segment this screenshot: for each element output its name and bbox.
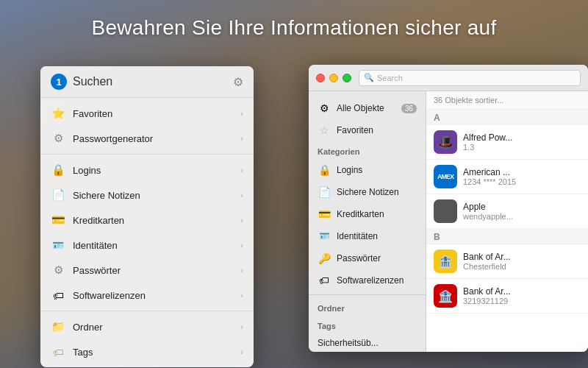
search-icon: 🔍 bbox=[364, 73, 374, 82]
count-badge: 36 bbox=[401, 104, 417, 113]
tag-icon: 🏷 bbox=[51, 344, 65, 359]
list-item-text: Bank of Ar... Chesterfield bbox=[463, 252, 581, 271]
star-icon: ☆ bbox=[318, 124, 331, 137]
folder-icon: 📁 bbox=[51, 319, 65, 334]
list-item-text: Apple wendyapple... bbox=[463, 202, 581, 221]
dropdown-item-softwarelizenzen[interactable]: 🏷 Softwarelizenzen › bbox=[40, 283, 254, 308]
section-letter-a: A bbox=[426, 110, 588, 125]
mac-window: 🔍 Search ⚙ Alle Objekte 36 ☆ Favoriten K… bbox=[309, 65, 588, 352]
creditcard-icon: 💳 bbox=[51, 213, 65, 227]
sidebar-label: Passwörter bbox=[337, 253, 417, 263]
chevron-icon: › bbox=[240, 109, 243, 118]
sidebar-separator bbox=[309, 294, 426, 295]
item-label: Tags bbox=[73, 347, 240, 358]
sidebar-item-passwoerter[interactable]: 🔑 Passwörter bbox=[309, 247, 426, 269]
traffic-lights bbox=[316, 74, 351, 82]
gear-icon[interactable]: ⚙ bbox=[233, 75, 243, 89]
sidebar-item-kreditkarten[interactable]: 💳 Kreditkarten bbox=[309, 203, 426, 225]
item-name: Bank of Ar... bbox=[463, 286, 581, 297]
sidebar-label: Kreditkarten bbox=[337, 209, 417, 219]
sidebar-item-logins[interactable]: 🔒 Logins bbox=[309, 159, 426, 181]
window-body: ⚙ Alle Objekte 36 ☆ Favoriten Kategorien… bbox=[309, 91, 588, 352]
creditcard-icon: 💳 bbox=[318, 208, 331, 221]
dropdown-item-identitaeten[interactable]: 🪪 Identitäten › bbox=[40, 233, 254, 258]
dropdown-item-passwoerter[interactable]: ⚙ Passwörter › bbox=[40, 258, 254, 283]
sidebar-label: Softwarelizenzen bbox=[337, 275, 417, 286]
dropdown-item-favoriten[interactable]: ⭐ Favoriten › bbox=[40, 101, 254, 126]
item-label: Softwarelizenzen bbox=[73, 290, 240, 301]
sidebar-item-softwarelizenzen[interactable]: 🏷 Softwarelizenzen bbox=[309, 269, 426, 291]
list-item-text: American ... 1234 **** 2015 bbox=[463, 167, 581, 186]
dropdown-header: 1 Suchen ⚙ bbox=[40, 66, 254, 98]
dropdown-bottom-section: 📁 Ordner › 🏷 Tags › bbox=[40, 311, 254, 367]
lock-icon: 🔒 bbox=[318, 163, 331, 177]
dropdown-item-tags[interactable]: 🏷 Tags › bbox=[40, 339, 254, 364]
window-titlebar: 🔍 Search bbox=[309, 65, 588, 91]
item-label: Kreditkarten bbox=[73, 215, 240, 226]
item-name: Apple bbox=[463, 202, 581, 212]
list-item-text: Bank of Ar... 3219321129 bbox=[463, 286, 581, 305]
sidebar-item-sichere-notizen[interactable]: 📄 Sichere Notizen bbox=[309, 181, 426, 203]
item-sub: 1.3 bbox=[463, 143, 581, 152]
bank1-icon: 🏦 bbox=[434, 250, 457, 273]
window-content: 36 Objekte sortier... A 🎩 Alfred Pow... … bbox=[426, 91, 588, 352]
list-item-apple[interactable]: Apple wendyapple... bbox=[426, 194, 588, 229]
item-label: Sichere Notizen bbox=[73, 190, 240, 201]
onepassword-icon: 1 bbox=[51, 74, 67, 90]
sidebar-item-favoriten[interactable]: ☆ Favoriten bbox=[309, 119, 426, 141]
chevron-icon: › bbox=[240, 241, 243, 250]
list-item-alfred[interactable]: 🎩 Alfred Pow... 1.3 bbox=[426, 125, 588, 160]
maximize-button[interactable] bbox=[343, 74, 351, 82]
list-item-bank1[interactable]: 🏦 Bank of Ar... Chesterfield bbox=[426, 244, 588, 279]
sidebar-item-all[interactable]: ⚙ Alle Objekte 36 bbox=[309, 97, 426, 119]
dropdown-categories-section: 🔒 Logins › 📄 Sichere Notizen › 💳 Kreditk… bbox=[40, 154, 254, 311]
password-icon: ⚙ bbox=[51, 263, 65, 277]
search-label: Suchen bbox=[73, 75, 233, 88]
software-icon: 🏷 bbox=[318, 274, 331, 287]
sidebar-label: Favoriten bbox=[337, 125, 417, 135]
star-icon: ⭐ bbox=[51, 106, 65, 121]
gear-icon: ⚙ bbox=[51, 131, 65, 146]
alfred-icon: 🎩 bbox=[434, 130, 457, 154]
chevron-icon: › bbox=[240, 216, 243, 224]
item-label: Ordner bbox=[73, 322, 240, 333]
sidebar-item-identitaeten[interactable]: 🪪 Identitäten bbox=[309, 225, 426, 247]
chevron-icon: › bbox=[240, 134, 243, 143]
dropdown-item-ordner[interactable]: 📁 Ordner › bbox=[40, 314, 254, 339]
dropdown-item-kreditkarten[interactable]: 💳 Kreditkarten › bbox=[40, 208, 254, 233]
chevron-icon: › bbox=[240, 322, 243, 331]
item-label: Favoriten bbox=[73, 108, 240, 119]
lock-icon: 🔒 bbox=[51, 163, 65, 177]
sidebar-label: Identitäten bbox=[337, 231, 417, 241]
content-header: 36 Objekte sortier... bbox=[426, 91, 588, 110]
bank2-icon: 🏦 bbox=[434, 284, 457, 308]
sidebar-item-sicherheit[interactable]: Sicherheitsüb... bbox=[309, 333, 426, 352]
chevron-icon: › bbox=[240, 166, 243, 174]
dropdown-item-passwortgenerator[interactable]: ⚙ Passwortgenerator › bbox=[40, 126, 254, 151]
search-placeholder: Search bbox=[377, 74, 403, 82]
list-item-text: Alfred Pow... 1.3 bbox=[463, 132, 581, 152]
list-item-bank2[interactable]: 🏦 Bank of Ar... 3219321129 bbox=[426, 279, 588, 314]
minimize-button[interactable] bbox=[329, 74, 338, 82]
list-item-amex[interactable]: AMEX American ... 1234 **** 2015 bbox=[426, 160, 588, 194]
password-icon: 🔑 bbox=[318, 252, 331, 265]
dropdown-item-sichere-notizen[interactable]: 📄 Sichere Notizen › bbox=[40, 183, 254, 208]
search-field[interactable]: 🔍 Search bbox=[359, 70, 581, 86]
item-name: Bank of Ar... bbox=[463, 252, 581, 262]
sidebar-label: Sichere Notizen bbox=[337, 187, 417, 197]
categories-section-title: Kategorien bbox=[309, 141, 426, 159]
item-sub: Chesterfield bbox=[463, 262, 581, 271]
note-icon: 📄 bbox=[318, 185, 331, 199]
note-icon: 📄 bbox=[51, 188, 65, 202]
sidebar-label: Logins bbox=[337, 165, 417, 175]
page-title: Bewahren Sie Ihre Informationen sicher a… bbox=[0, 16, 588, 40]
close-button[interactable] bbox=[316, 74, 325, 82]
item-label: Identitäten bbox=[73, 240, 240, 251]
dropdown-top-section: ⭐ Favoriten › ⚙ Passwortgenerator › bbox=[40, 98, 254, 154]
dropdown-item-logins[interactable]: 🔒 Logins › bbox=[40, 158, 254, 183]
item-name: Alfred Pow... bbox=[463, 132, 581, 143]
item-sub: 3219321129 bbox=[463, 297, 581, 305]
chevron-icon: › bbox=[240, 266, 243, 275]
item-label: Passwortgenerator bbox=[73, 133, 240, 144]
item-sub: wendyapple... bbox=[463, 212, 581, 221]
